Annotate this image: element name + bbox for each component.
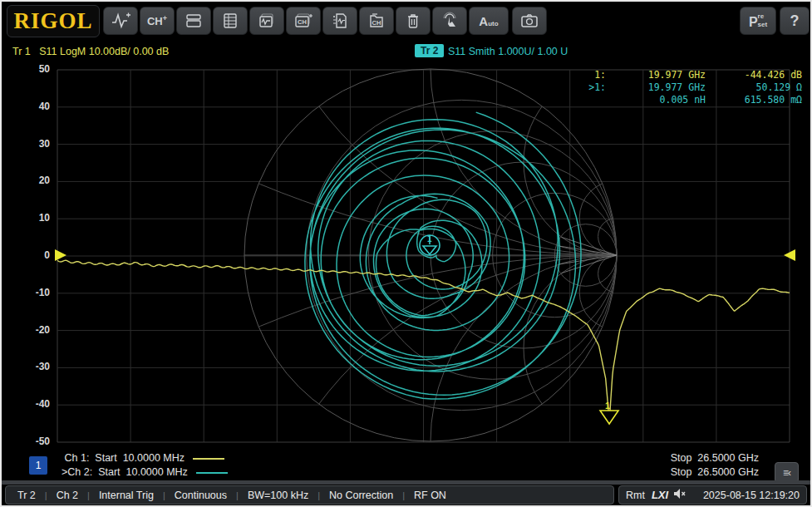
y-axis-label: 50 <box>23 63 50 75</box>
y-axis-label: 40 <box>23 101 50 112</box>
marker-value: 615.580 mΩ <box>706 94 802 106</box>
y-axis-label: 10 <box>23 212 50 224</box>
smith-reactance-arc <box>431 2 803 255</box>
y-axis-label: 0 <box>23 249 50 261</box>
smith-marker1-label: 1 <box>427 234 432 244</box>
marker-freq: 19.977 GHz <box>606 81 706 94</box>
y-axis-label: -10 <box>23 287 50 298</box>
marker-value: -44.426 dB <box>706 69 802 81</box>
y-axis-label: -40 <box>23 398 50 410</box>
marker-label: >1: <box>576 81 606 94</box>
marker-freq: 19.977 GHz <box>606 69 706 81</box>
marker-label: 1: <box>576 69 606 81</box>
marker-label <box>576 94 606 106</box>
vna-screen: RIGOL CH+CHCHAuto Preset ? Tr 1 S11 LogM… <box>0 0 812 507</box>
marker1-triangle[interactable] <box>600 411 618 424</box>
marker-value: 50.129 Ω <box>706 81 802 94</box>
ref-level-marker-left[interactable] <box>55 249 66 261</box>
smith-reactance-arc <box>2 2 812 255</box>
y-axis-label: -20 <box>23 324 50 336</box>
marker-readout: 1:19.977 GHz-44.426 dB>1:19.977 GHz50.12… <box>576 69 802 106</box>
y-axis-label: -50 <box>23 436 50 447</box>
smith-reactance-arc <box>244 2 812 255</box>
marker1-label: 1 <box>605 401 610 411</box>
y-axis-label: 30 <box>23 138 50 150</box>
y-axis-label: -30 <box>23 361 50 372</box>
y-axis-label: 20 <box>23 175 50 186</box>
marker-freq: 0.005 nH <box>606 94 706 106</box>
